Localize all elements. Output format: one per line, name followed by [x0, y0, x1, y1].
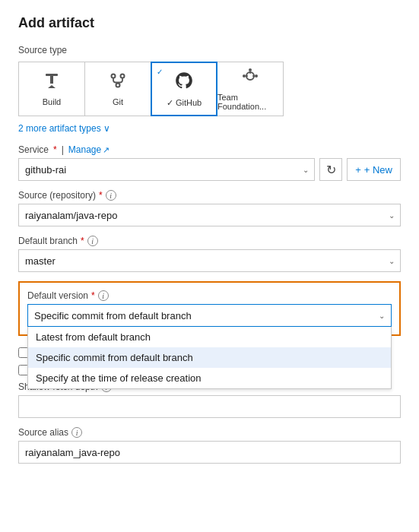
source-btn-git-label: Git — [113, 97, 123, 106]
dropdown-item-latest[interactable]: Latest from default branch — [28, 327, 391, 347]
source-btn-tf-label: Team Foundation... — [217, 93, 283, 111]
service-label-row: Service * | Manage ↗ — [18, 144, 401, 155]
teamfoundation-icon — [241, 67, 259, 90]
source-alias-input[interactable] — [18, 441, 401, 464]
source-btn-github-label: ✓ GitHub — [167, 98, 202, 108]
default-version-dropdown: Specific commit from default branch ⌄ La… — [27, 304, 392, 327]
source-repo-info-icon[interactable]: i — [106, 190, 116, 201]
github-selected-check: ✓ — [157, 68, 163, 76]
default-version-info-icon[interactable]: i — [98, 290, 109, 301]
source-btn-teamfoundation[interactable]: Team Foundation... — [217, 62, 284, 116]
source-alias-info-icon[interactable]: i — [71, 427, 82, 438]
source-repo-label-row: Source (repository) * i — [18, 190, 401, 201]
dropdown-item-specify-label: Specify at the time of release creation — [36, 372, 202, 384]
default-branch-field-row: Default branch * i master ⌄ — [18, 236, 401, 272]
default-version-dropdown-list: Latest from default branch Specific comm… — [27, 327, 392, 389]
git-icon — [109, 71, 127, 94]
build-icon — [43, 71, 61, 94]
source-type-label: Source type — [18, 45, 401, 55]
source-btn-build[interactable]: Build — [18, 62, 85, 116]
new-button-label: + New — [364, 164, 392, 176]
service-label: Service — [18, 144, 49, 155]
dropdown-item-latest-label: Latest from default branch — [36, 331, 151, 343]
manage-link[interactable]: Manage ↗ — [68, 144, 110, 155]
default-branch-select[interactable]: master — [18, 249, 401, 272]
svg-rect-0 — [46, 74, 58, 76]
default-version-selected[interactable]: Specific commit from default branch ⌄ — [27, 304, 392, 327]
svg-point-4 — [121, 74, 125, 78]
svg-point-5 — [116, 84, 120, 87]
default-branch-label-row: Default branch * i — [18, 236, 401, 246]
service-field-row: Service * | Manage ↗ github-rai ⌄ ↻ + + … — [18, 144, 401, 181]
panel-title: Add artifact — [18, 15, 401, 31]
service-new-button[interactable]: + + New — [347, 158, 401, 181]
default-branch-select-wrapper: master ⌄ — [18, 249, 401, 272]
default-branch-info-icon[interactable]: i — [87, 236, 98, 246]
dropdown-item-specific[interactable]: Specific commit from default branch — [28, 347, 391, 368]
source-repo-select[interactable]: raiyanalam/java-repo — [18, 204, 401, 226]
source-btn-git[interactable]: Git — [84, 62, 151, 116]
svg-point-10 — [249, 68, 252, 71]
shallow-fetch-input[interactable] — [18, 395, 401, 418]
dropdown-item-specific-label: Specific commit from default branch — [36, 352, 193, 363]
manage-label: Manage — [68, 144, 101, 155]
source-btn-build-label: Build — [43, 97, 61, 106]
dropdown-item-specify[interactable]: Specify at the time of release creation — [28, 368, 391, 388]
external-link-icon: ↗ — [103, 145, 110, 155]
default-branch-required: * — [81, 236, 84, 246]
service-refresh-button[interactable]: ↻ — [319, 158, 342, 181]
service-required: * — [53, 144, 57, 155]
svg-rect-1 — [50, 76, 53, 84]
github-icon — [174, 71, 194, 95]
service-separator: | — [62, 144, 64, 155]
service-select[interactable]: github-rai — [18, 158, 315, 181]
default-version-section: Default version * i Specific commit from… — [18, 281, 401, 336]
svg-point-3 — [112, 74, 116, 78]
more-artifact-chevron: ∨ — [103, 123, 110, 134]
source-alias-field-row: Source alias i — [18, 427, 401, 464]
source-alias-label-row: Source alias i — [18, 427, 401, 438]
source-type-row: Build Git ✓ ✓ GitHub — [18, 62, 401, 116]
more-artifact-types-link[interactable]: 2 more artifact types ∨ — [18, 123, 110, 134]
default-version-label: Default version — [27, 290, 88, 301]
service-select-wrapper: github-rai ⌄ — [18, 158, 315, 181]
more-artifact-text: 2 more artifact types — [18, 123, 101, 134]
source-repo-select-wrapper: raiyanalam/java-repo ⌄ — [18, 204, 401, 226]
default-version-chevron-icon: ⌄ — [379, 312, 385, 320]
svg-marker-2 — [48, 85, 56, 88]
source-alias-label: Source alias — [18, 427, 68, 438]
refresh-icon: ↻ — [326, 163, 336, 177]
source-repo-required: * — [99, 190, 103, 201]
svg-point-8 — [243, 74, 246, 78]
plus-icon: + — [355, 164, 361, 176]
source-repo-field-row: Source (repository) * i raiyanalam/java-… — [18, 190, 401, 226]
default-version-selected-value: Specific commit from default branch — [34, 310, 192, 321]
add-artifact-panel: Add artifact Source type Build — [0, 0, 419, 491]
service-controls: github-rai ⌄ ↻ + + New — [18, 158, 401, 181]
default-version-label-row: Default version * i — [27, 290, 392, 301]
default-branch-label: Default branch — [18, 236, 78, 246]
default-version-required: * — [91, 290, 95, 301]
svg-point-9 — [255, 74, 258, 78]
source-repo-label: Source (repository) — [18, 190, 96, 201]
source-btn-github[interactable]: ✓ ✓ GitHub — [151, 62, 217, 116]
